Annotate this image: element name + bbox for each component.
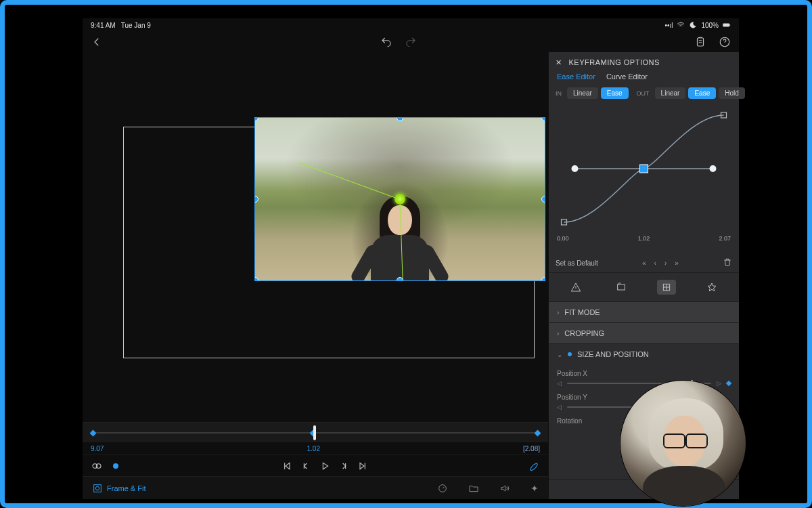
- svg-rect-0: [723, 24, 729, 26]
- resize-handle-br[interactable]: [541, 277, 545, 281]
- resize-handle-tr[interactable]: [541, 117, 545, 121]
- ease-curve-graph[interactable]: 0.00 1.02 2.07: [554, 104, 734, 253]
- svg-rect-16: [618, 284, 625, 290]
- play-button[interactable]: [317, 459, 332, 473]
- time-playhead: 1.02: [104, 445, 523, 452]
- proptab-transform[interactable]: [657, 280, 676, 295]
- svg-point-6: [113, 463, 118, 469]
- wifi-icon: [677, 21, 685, 29]
- selected-clip[interactable]: [254, 117, 545, 281]
- keyframe-indicator-icon: [568, 352, 572, 356]
- keyframe-marker[interactable]: [535, 430, 541, 437]
- status-bar: 9:41 AM Tue Jan 9 ••ıl 100%: [83, 18, 739, 32]
- posx-keyframe-icon[interactable]: [726, 381, 731, 386]
- ease-out-hold[interactable]: Hold: [719, 87, 745, 99]
- tool-speed[interactable]: [437, 483, 448, 494]
- effects-icon: ✦: [531, 483, 539, 494]
- undo-button[interactable]: [379, 35, 394, 49]
- close-panel-button[interactable]: ✕: [556, 58, 562, 67]
- chevron-right-icon: ›: [557, 330, 559, 337]
- clip-subject: [363, 196, 437, 281]
- loop-button[interactable]: [89, 459, 104, 473]
- prop-posx-label: Position X: [557, 370, 731, 377]
- curve-tick-c: 2.07: [719, 235, 731, 242]
- proptab-frame[interactable]: [612, 280, 631, 295]
- scrubber[interactable]: [83, 422, 548, 442]
- tool-frame-fit-label: Frame & Fit: [107, 484, 145, 492]
- proptab-warning[interactable]: [566, 280, 585, 295]
- ease-in-label: IN: [556, 90, 562, 97]
- resize-handle-r[interactable]: [541, 196, 545, 203]
- kf-prev-button[interactable]: ‹: [654, 259, 656, 267]
- tool-effects[interactable]: ✦: [531, 483, 539, 494]
- time-readout: 9.07 1.02 [2.08]: [83, 442, 548, 454]
- marker-button[interactable]: [108, 459, 123, 473]
- battery-icon: [723, 21, 731, 29]
- redo-button[interactable]: [403, 35, 418, 49]
- go-start-button[interactable]: [279, 459, 294, 473]
- svg-point-8: [95, 486, 99, 490]
- time-clip-start: 9.07: [91, 445, 104, 452]
- tab-ease-editor[interactable]: Ease Editor: [557, 72, 595, 81]
- svg-rect-1: [729, 24, 730, 26]
- posy-dec[interactable]: ◁: [557, 404, 562, 410]
- ease-in-segment: Linear Ease: [567, 87, 629, 99]
- proptab-favorite[interactable]: [702, 280, 721, 295]
- ease-out-ease[interactable]: Ease: [688, 87, 716, 99]
- kf-next-button[interactable]: ›: [664, 259, 667, 267]
- playhead[interactable]: [313, 425, 316, 440]
- resize-handle-l[interactable]: [254, 196, 258, 203]
- tool-audio[interactable]: [499, 483, 510, 494]
- tool-frame-fit[interactable]: Frame & Fit: [92, 483, 145, 494]
- resize-handle-bl[interactable]: [254, 277, 258, 281]
- dnd-moon-icon: [689, 21, 697, 29]
- set-default-button[interactable]: Set as Default: [556, 259, 598, 267]
- svg-point-14: [710, 165, 717, 172]
- section-fit-mode[interactable]: ›FIT MODE: [549, 302, 739, 322]
- resize-handle-tl[interactable]: [254, 117, 258, 121]
- ease-in-ease[interactable]: Ease: [601, 87, 629, 99]
- resize-handle-b[interactable]: [397, 277, 403, 281]
- back-button[interactable]: [89, 35, 104, 49]
- posx-inc[interactable]: ▷: [717, 380, 721, 387]
- top-toolbar: [83, 32, 739, 52]
- step-back-button[interactable]: [298, 459, 313, 473]
- status-time: 9:41 AM: [91, 22, 116, 29]
- ease-out-linear[interactable]: Linear: [655, 87, 686, 99]
- section-cropping[interactable]: ›CROPPING: [549, 323, 739, 343]
- posx-dec[interactable]: ◁: [557, 380, 562, 387]
- webcam-pip: [621, 381, 746, 506]
- tool-folder[interactable]: [468, 483, 479, 494]
- chevron-right-icon: ›: [557, 309, 559, 316]
- svg-point-13: [572, 165, 579, 172]
- go-end-button[interactable]: [355, 459, 370, 473]
- curve-tick-a: 0.00: [557, 235, 569, 242]
- time-clip-dur: [2.08]: [523, 445, 540, 452]
- keyframe-marker[interactable]: [90, 430, 97, 437]
- svg-rect-2: [698, 38, 704, 46]
- curve-tick-b: 1.02: [638, 235, 650, 242]
- clipboard-button[interactable]: [693, 35, 708, 49]
- status-date: Tue Jan 9: [121, 22, 151, 29]
- inspector-panel: ✕ KEYFRAMING OPTIONS Ease Editor Curve E…: [548, 52, 739, 499]
- kf-last-button[interactable]: »: [675, 259, 679, 267]
- panel-title: KEYFRAMING OPTIONS: [569, 58, 660, 66]
- svg-rect-7: [94, 484, 102, 492]
- svg-rect-15: [640, 165, 648, 173]
- tool-row: Frame & Fit ✦: [83, 476, 548, 499]
- brush-button[interactable]: [526, 459, 541, 473]
- ease-in-linear[interactable]: Linear: [567, 87, 598, 99]
- kf-first-button[interactable]: «: [642, 259, 646, 267]
- canvas[interactable]: [83, 52, 548, 422]
- ease-out-label: OUT: [637, 90, 650, 97]
- tab-curve-editor[interactable]: Curve Editor: [606, 72, 648, 81]
- resize-handle-t[interactable]: [397, 117, 403, 121]
- help-button[interactable]: [717, 35, 732, 49]
- battery-pct: 100%: [701, 22, 719, 29]
- kf-delete-button[interactable]: [723, 257, 732, 268]
- section-size-position[interactable]: ⌄SIZE AND POSITION: [549, 344, 739, 364]
- ease-out-segment: Linear Ease Hold: [655, 87, 745, 99]
- step-fwd-button[interactable]: [336, 459, 351, 473]
- signal-icon: ••ıl: [664, 22, 673, 29]
- transport-bar: [83, 454, 548, 476]
